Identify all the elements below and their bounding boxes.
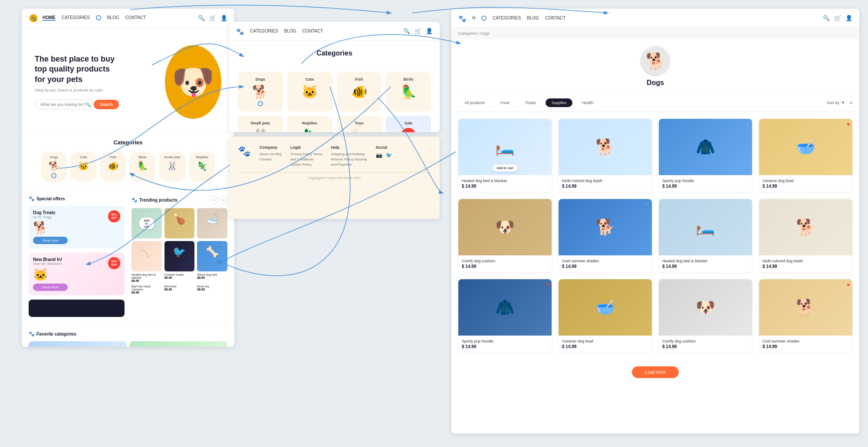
product-card-4[interactable]: 🥣 ♥ Ceramic dog bowl $ 14.99: [759, 119, 852, 192]
filter-food[interactable]: Food: [494, 98, 516, 107]
dogs-logo[interactable]: 🐾: [458, 13, 468, 23]
product-fav-7[interactable]: ♡: [745, 202, 750, 208]
fav-icon-4[interactable]: ♡: [156, 243, 160, 248]
category-pill-dogs[interactable]: Dogs 🐕: [41, 152, 67, 182]
dogs-nav-home[interactable]: H: [472, 16, 475, 21]
trending-item-6[interactable]: 🦴 ♡: [197, 241, 227, 271]
twitter-icon[interactable]: 🐦: [386, 152, 392, 158]
trending-item-4[interactable]: 🦴 ♡: [132, 241, 162, 271]
nav-link-categories[interactable]: CATEGORIES: [62, 15, 90, 21]
product-fav-8[interactable]: ♡: [845, 202, 850, 208]
footer-link-terms[interactable]: and Conditions: [290, 157, 322, 161]
product-fav-3[interactable]: ♡: [745, 121, 750, 127]
home-logo[interactable]: 🐾: [29, 13, 38, 23]
filter-supplies[interactable]: Supplies: [546, 98, 573, 107]
filter-treats[interactable]: Treats: [519, 98, 542, 107]
search-button[interactable]: Search: [94, 100, 119, 109]
add-to-cart-btn-1[interactable]: Add to cart: [492, 164, 518, 172]
cat-cart-icon[interactable]: 🛒: [414, 28, 421, 34]
dogs-cart-icon[interactable]: 🛒: [834, 15, 841, 21]
category-pill-birds[interactable]: Birds 🦜: [129, 152, 155, 182]
product-fav-12[interactable]: ♥: [847, 282, 850, 288]
product-fav-6[interactable]: ♡: [644, 202, 649, 208]
cat-nav-blog[interactable]: BLOG: [284, 29, 296, 33]
trending-prev-btn[interactable]: ‹: [210, 196, 218, 204]
nav-link-home[interactable]: HOME: [43, 15, 56, 21]
footer-link-shipping[interactable]: Shipping and Delivery: [331, 152, 367, 156]
product-card-2[interactable]: 🐕 ♡ Multi-colored dog leash $ 14.99: [559, 119, 652, 192]
trending-item-2[interactable]: 🍗 ♡: [164, 208, 195, 238]
cat-nav-categories[interactable]: CATEGORIES: [250, 29, 278, 33]
list-view-icon[interactable]: ≡: [850, 101, 852, 105]
cat-search-icon[interactable]: 🔍: [403, 28, 410, 34]
product-fav-11[interactable]: ♡: [745, 282, 750, 288]
category-pill-small[interactable]: Small pets 🐰: [159, 152, 185, 182]
fav-icon-6[interactable]: ♡: [222, 243, 226, 248]
cat-card-fish[interactable]: Fish 🐠: [337, 72, 382, 111]
product-fav-9[interactable]: ♥: [546, 282, 549, 288]
category-pill-fish[interactable]: Fish 🐠: [100, 152, 126, 182]
trending-item-3[interactable]: 🛁 ♡: [197, 208, 227, 238]
fav-item-cat-food[interactable]: Canned cat food: [29, 341, 126, 347]
footer-link-returns[interactable]: Returns Policy Security: [331, 157, 367, 161]
footer-link-payment[interactable]: and Payment: [331, 163, 367, 166]
dogs-user-icon[interactable]: 👤: [845, 15, 852, 21]
trending-item-5[interactable]: 🐦 ♡: [164, 241, 195, 271]
search-icon[interactable]: 🔍: [198, 15, 205, 21]
product-card-1[interactable]: 🛏️ Add to cart ♡ Heated dog bed & blanke…: [458, 119, 552, 192]
product-card-12[interactable]: 🐕 ♥ Cool summer shades $ 14.99: [759, 279, 852, 352]
fav-icon-2[interactable]: ♡: [189, 210, 193, 215]
cat-card-dogs[interactable]: Dogs 🐕: [238, 72, 283, 111]
sort-dropdown[interactable]: Sort by ▼ ≡: [827, 101, 852, 105]
footer-link-cookie[interactable]: Cookie Policy: [290, 163, 322, 166]
instagram-icon[interactable]: 📷: [376, 152, 382, 158]
load-more-button[interactable]: Load more: [632, 366, 679, 378]
fav-icon-5[interactable]: ♡: [189, 243, 193, 248]
trending-item-1[interactable]: 🛏️ Add to cart ♡: [132, 208, 162, 238]
dogs-search-icon[interactable]: 🔍: [823, 15, 830, 21]
product-card-11[interactable]: 🐶 ♡ Comfy dog cushion $ 14.99: [659, 279, 752, 352]
category-pill-reptiles[interactable]: Reptiles 🦎: [189, 152, 215, 182]
fav-icon-1[interactable]: ♡: [156, 210, 160, 215]
product-card-3[interactable]: 🧥 ♡ Sporty pup hoodie $ 14.99: [659, 119, 752, 192]
product-fav-5[interactable]: ♡: [544, 202, 549, 208]
cart-icon[interactable]: 🛒: [209, 15, 216, 21]
shop-now-btn-2[interactable]: Shop Now: [33, 284, 68, 291]
cat-card-toys[interactable]: Toys 🦴: [337, 116, 382, 132]
fav-icon-3[interactable]: ♡: [222, 210, 226, 215]
cat-user-icon[interactable]: 👤: [426, 28, 433, 34]
nav-link-contact[interactable]: CONTACT: [125, 15, 146, 21]
filter-all[interactable]: All products: [458, 98, 491, 107]
product-card-6[interactable]: 🐕 ♡ Cool summer shades $ 14.99: [559, 199, 652, 272]
product-card-10[interactable]: 🥣 ♡ Ceramic dog bowl $ 14.99: [559, 279, 652, 352]
user-icon[interactable]: 👤: [220, 15, 227, 21]
cat-card-reptiles[interactable]: Reptiles 🦎: [287, 116, 332, 132]
footer-link-aboutus[interactable]: About Us FAQ: [260, 152, 282, 156]
fav-item-dog-acc[interactable]: Dog accessories: [130, 341, 227, 347]
dogs-nav-blog[interactable]: BLOG: [527, 16, 539, 21]
dogs-nav-contact[interactable]: CONTACT: [545, 16, 566, 21]
nav-link-blog[interactable]: BLOG: [107, 15, 119, 21]
product-card-9[interactable]: 🧥 ♥ Sporty pup hoodie $ 14.99: [458, 279, 552, 352]
footer-link-contact[interactable]: Contact: [260, 157, 282, 161]
product-fav-10[interactable]: ♡: [644, 282, 649, 288]
cat-card-sale[interactable]: Sale %: [386, 116, 431, 132]
product-fav-1[interactable]: ♡: [544, 121, 549, 127]
search-icon-input[interactable]: 🔍: [85, 102, 91, 108]
categories-logo[interactable]: 🐾: [236, 26, 246, 36]
product-fav-4[interactable]: ♥: [847, 121, 850, 127]
cat-card-cats[interactable]: Cats 🐱: [287, 72, 332, 111]
cat-card-small[interactable]: Small pets 🐰: [238, 116, 283, 132]
shop-now-btn-1[interactable]: Shop Now: [33, 237, 68, 244]
trending-add-btn-1[interactable]: Add to cart: [139, 218, 154, 229]
product-card-7[interactable]: 🛏️ ♡ Heated dog bed & blanket $ 14.99: [659, 199, 752, 272]
category-pill-cats[interactable]: Cats 🐱: [70, 152, 96, 182]
filter-health[interactable]: Health: [576, 98, 599, 107]
cat-card-birds[interactable]: Birds 🦜: [386, 72, 431, 111]
footer-link-privacy[interactable]: Privacy Policy Terms: [290, 152, 322, 156]
cat-nav-contact[interactable]: CONTACT: [302, 29, 323, 33]
product-fav-2[interactable]: ♡: [644, 121, 649, 127]
dogs-nav-categories[interactable]: CATEGORIES: [493, 16, 521, 21]
product-card-5[interactable]: 🐶 ♡ Comfy dog cushion $ 14.99: [458, 199, 552, 272]
trending-next-btn[interactable]: ›: [220, 196, 227, 204]
